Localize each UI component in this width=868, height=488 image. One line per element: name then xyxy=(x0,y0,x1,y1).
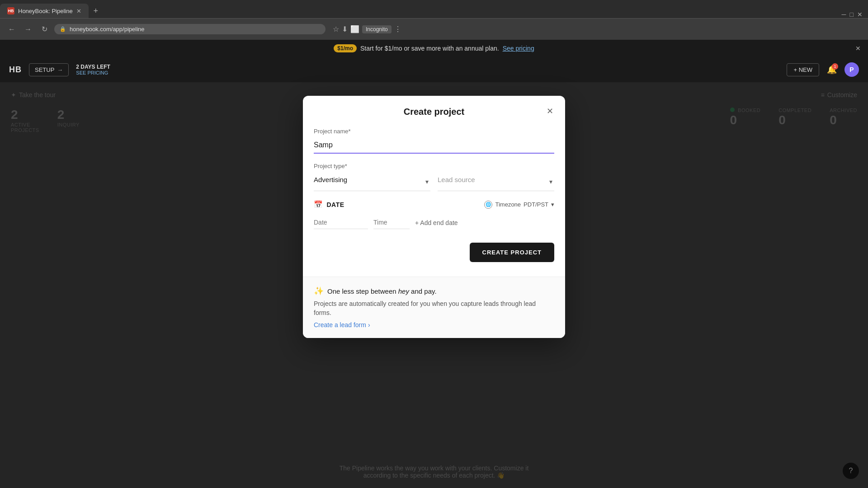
project-name-input[interactable] xyxy=(314,137,554,154)
create-project-modal: Create project ✕ Project name* Project t… xyxy=(303,96,565,338)
project-type-row: Project type* Advertising Photography Vi… xyxy=(314,163,554,191)
extension-icon[interactable]: ⬜ xyxy=(350,25,359,33)
project-type-label: Project type* xyxy=(314,163,554,169)
timezone-value: PDT/PST xyxy=(524,201,548,208)
hb-logo[interactable]: HB xyxy=(9,65,22,75)
modal-header: Create project ✕ xyxy=(303,96,565,117)
download-icon[interactable]: ⬇ xyxy=(342,25,348,33)
lock-icon: 🔒 xyxy=(60,26,66,32)
modal-close-button[interactable]: ✕ xyxy=(543,105,556,117)
tab-favicon: HB xyxy=(7,7,14,14)
avatar[interactable]: P xyxy=(844,62,859,77)
app-wrapper: $1/mo Start for $1/mo or save more with … xyxy=(0,40,868,488)
promo-close-button[interactable]: ✕ xyxy=(855,45,861,52)
setup-button[interactable]: SETUP → xyxy=(29,63,69,76)
date-input[interactable] xyxy=(314,216,368,229)
see-pricing-link[interactable]: See pricing xyxy=(503,45,534,52)
promo-badge: $1/mo xyxy=(334,44,357,52)
browser-tabs: HB HoneyBook: Pipeline ✕ + ─ □ ✕ xyxy=(0,0,868,18)
time-input[interactable] xyxy=(373,216,410,229)
modal-body: Project name* Project type* Advertising … xyxy=(303,117,565,277)
type-source-row: Advertising Photography Videography Desi… xyxy=(314,172,554,191)
see-pricing-header-link[interactable]: SEE PRICING xyxy=(76,70,110,75)
browser-actions: ☆ ⬇ ⬜ Incognito ⋮ xyxy=(333,25,401,33)
footer-italic: hey xyxy=(398,287,409,295)
close-window-button[interactable]: ✕ xyxy=(857,11,863,18)
header-right: + NEW 🔔 1 P xyxy=(787,62,859,77)
tab-title: HoneyBook: Pipeline xyxy=(18,8,73,14)
notification-badge: 1 xyxy=(832,63,838,70)
calendar-icon: 📅 xyxy=(314,200,323,209)
back-button[interactable]: ← xyxy=(5,23,18,36)
refresh-button[interactable]: ↻ xyxy=(38,23,51,36)
sparkle-icon: ✨ xyxy=(314,286,324,296)
modal-overlay: Create project ✕ Project name* Project t… xyxy=(0,82,868,488)
menu-icon[interactable]: ⋮ xyxy=(394,25,401,33)
days-left-text: 2 DAYS LEFT xyxy=(76,64,110,70)
bookmark-icon[interactable]: ☆ xyxy=(333,25,339,33)
date-inputs: + Add end date xyxy=(314,216,554,229)
date-header: 📅 DATE 🌐 Timezone PDT/PST ▾ xyxy=(314,200,554,209)
address-bar[interactable]: 🔒 honeybook.com/app/pipeline xyxy=(54,24,326,34)
main-content: ✦ Take the tour ≡ Customize 2 ACTIVEPROJ… xyxy=(0,82,868,488)
footer-title: ✨ One less step between hey and pay. xyxy=(314,286,554,296)
create-lead-form-link[interactable]: Create a lead form › xyxy=(314,321,370,328)
url-text: honeybook.com/app/pipeline xyxy=(70,26,145,33)
setup-label: SETUP xyxy=(35,66,54,73)
browser-nav: ← → ↻ 🔒 honeybook.com/app/pipeline ☆ ⬇ ⬜… xyxy=(0,18,868,40)
submit-row: CREATE PROJECT xyxy=(314,243,554,262)
promo-text: Start for $1/mo or save more with an ann… xyxy=(360,45,499,52)
project-type-select[interactable]: Advertising Photography Videography Desi… xyxy=(314,172,430,187)
date-section: 📅 DATE 🌐 Timezone PDT/PST ▾ xyxy=(314,200,554,229)
create-project-button[interactable]: CREATE PROJECT xyxy=(470,243,555,262)
footer-description: Projects are automatically created for y… xyxy=(314,300,554,317)
setup-arrow-icon: → xyxy=(57,66,63,73)
incognito-badge: Incognito xyxy=(362,25,392,33)
footer-title-text: One less step between hey and pay. xyxy=(327,287,437,295)
project-name-group: Project name* xyxy=(314,128,554,154)
modal-title: Create project xyxy=(404,107,465,117)
timezone-arrow-icon: ▾ xyxy=(551,201,554,208)
globe-icon: 🌐 xyxy=(484,201,492,209)
timezone-button[interactable]: 🌐 Timezone PDT/PST ▾ xyxy=(484,201,554,209)
project-type-wrapper: Advertising Photography Videography Desi… xyxy=(314,172,430,191)
maximize-button[interactable]: □ xyxy=(850,11,854,18)
lead-source-wrapper: Lead source ▾ xyxy=(438,172,554,191)
project-name-label: Project name* xyxy=(314,128,554,135)
date-title: 📅 DATE xyxy=(314,200,344,209)
modal-footer: ✨ One less step between hey and pay. Pro… xyxy=(303,277,565,338)
forward-button[interactable]: → xyxy=(22,23,34,36)
add-end-date-button[interactable]: + Add end date xyxy=(415,219,458,226)
days-left-info: 2 DAYS LEFT SEE PRICING xyxy=(76,64,110,75)
date-label: DATE xyxy=(327,201,344,208)
tab-close-icon[interactable]: ✕ xyxy=(76,8,81,14)
browser-chrome: HB HoneyBook: Pipeline ✕ + ─ □ ✕ ← → ↻ 🔒… xyxy=(0,0,868,40)
active-tab[interactable]: HB HoneyBook: Pipeline ✕ xyxy=(0,4,89,18)
promo-bar: $1/mo Start for $1/mo or save more with … xyxy=(0,40,868,57)
lead-source-placeholder: Lead source xyxy=(438,172,554,187)
app-header: HB SETUP → 2 DAYS LEFT SEE PRICING + NEW… xyxy=(0,57,868,82)
new-button[interactable]: + NEW xyxy=(787,63,819,76)
new-tab-button[interactable]: + xyxy=(89,4,103,18)
notifications-button[interactable]: 🔔 1 xyxy=(825,62,839,77)
footer-link-arrow-icon: › xyxy=(368,321,370,328)
timezone-label: Timezone xyxy=(495,201,521,208)
minimize-button[interactable]: ─ xyxy=(842,11,846,18)
